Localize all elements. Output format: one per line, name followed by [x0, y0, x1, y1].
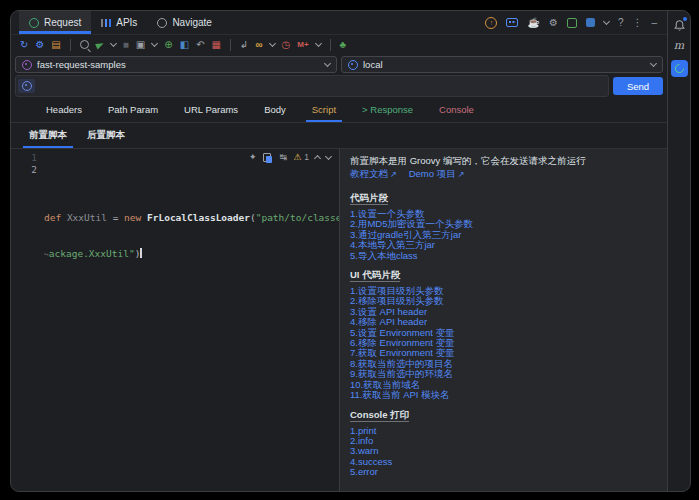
magic-wand-icon[interactable]: ✦ [249, 152, 257, 162]
demo-project-link[interactable]: Demo 项目 ↗ [409, 168, 465, 181]
item: "path/to/classes" [256, 212, 339, 223]
toolbar-separator [230, 39, 231, 51]
url-input[interactable] [35, 78, 607, 94]
config-gear-icon[interactable]: ⚙ [35, 40, 44, 50]
plugin-box-icon[interactable] [586, 18, 595, 27]
tab-apis[interactable]: APIs [91, 11, 147, 34]
method-chip[interactable] [18, 79, 35, 93]
save-icon[interactable]: ▣ [136, 40, 145, 50]
navigate-circle-icon [157, 18, 167, 28]
item: FrLocalClassLoader [147, 212, 250, 223]
send-button[interactable]: Send [613, 77, 663, 95]
script-tab-bar: 前置脚本 后置脚本 [11, 123, 667, 149]
upgrade-icon[interactable]: ↑ [485, 17, 497, 29]
coffee-cup-icon[interactable]: ☕ [527, 17, 539, 28]
snippet-link[interactable]: 5.error [350, 467, 657, 477]
snippet-link[interactable]: 3.warn [350, 446, 657, 456]
undo-icon[interactable]: ↶ [196, 40, 204, 50]
tab-navigate[interactable]: Navigate [147, 11, 221, 34]
robot-icon[interactable] [506, 18, 518, 27]
tab-body[interactable]: Body [251, 97, 299, 122]
fast-request-tool-button[interactable] [671, 60, 688, 77]
minimize-icon[interactable]: – [651, 17, 657, 28]
search-icon[interactable] [80, 40, 89, 49]
tab-response[interactable]: > Response [349, 97, 426, 122]
scan-icon[interactable] [567, 18, 577, 28]
editor-code[interactable]: def XxxUtil = new FrLocalClassLoader("pa… [44, 152, 339, 491]
tab-apis-label: APIs [116, 17, 137, 28]
fast-request-plugin-window: Request APIs Navigate ↑☕⚙?⋮– ↻⚙▤■▣⊕◧↶▦↲∞… [10, 10, 691, 492]
prev-warning-chevron-icon[interactable] [314, 154, 321, 161]
history-clock-icon[interactable]: ◷ [282, 40, 291, 50]
snippet-link[interactable]: 11.获取当前 API 模块名 [350, 390, 657, 400]
project-select-value: fast-request-samples [37, 59, 126, 70]
tab-path-param[interactable]: Path Param [95, 97, 171, 122]
script-content: 1 2 def XxxUtil = new FrLocalClassLoader… [11, 149, 667, 491]
soft-wrap-icon[interactable]: ↹ [280, 152, 288, 162]
docs-section-ui-snippets: UI 代码片段 1.设置项目级别头参数2.移除项目级别头参数3.设置 API h… [350, 261, 657, 400]
snippet-link[interactable]: 1.print [350, 426, 657, 436]
snippet-link[interactable]: 2.info [350, 436, 657, 446]
environment-select[interactable]: local [341, 56, 663, 73]
link-icon[interactable]: ∞ [255, 40, 262, 50]
tab-console[interactable]: Console [426, 97, 487, 122]
notifications-bell-icon[interactable] [673, 18, 686, 31]
tab-post-script[interactable]: 后置脚本 [77, 123, 135, 148]
send-dropdown-chevron-icon[interactable] [110, 40, 117, 47]
tutorial-doc-link[interactable]: 教程文档 ↗ [350, 168, 397, 181]
tab-url-params[interactable]: URL Params [171, 97, 251, 122]
delete-icon[interactable]: ▦ [212, 40, 221, 50]
api-connect-icon[interactable]: ♣ [340, 40, 347, 50]
tab-headers[interactable]: Headers [33, 97, 95, 122]
tab-request[interactable]: Request [19, 11, 91, 34]
url-input-wrapper[interactable] [15, 75, 609, 97]
section-items: 1.设置一个头参数2.用MD5加密设置一个头参数3.通过gradle引入第三方j… [350, 209, 657, 261]
project-select[interactable]: fast-request-samples [15, 56, 337, 73]
notification-badge [683, 17, 687, 21]
snippet-link[interactable]: 4.success [350, 457, 657, 467]
maven-tool-button[interactable]: m [674, 40, 684, 51]
project-icon [22, 60, 32, 70]
mock-icon[interactable]: M+ [297, 41, 308, 49]
url-row: Send [11, 75, 667, 97]
environment-icon [348, 60, 358, 70]
send-request-icon[interactable] [95, 40, 105, 49]
method-icon [22, 81, 32, 91]
add-target-icon[interactable]: ⊕ [164, 40, 172, 50]
line-number: 1 [11, 152, 37, 164]
mock-dropdown-chevron-icon[interactable] [315, 40, 322, 47]
tab-pre-script[interactable]: 前置脚本 [19, 123, 77, 148]
section-title: UI 代码片段 [350, 269, 400, 282]
id-card-icon[interactable]: ▤ [51, 40, 60, 50]
docs-section-code-snippets: 代码片段 1.设置一个头参数2.用MD5加密设置一个头参数3.通过gradle引… [350, 184, 657, 261]
item: ackage.XxxUtil" [49, 248, 135, 259]
copy-icon[interactable] [263, 153, 271, 162]
settings-gear-icon[interactable]: ⚙ [549, 17, 558, 28]
selector-row: fast-request-samples local [11, 54, 667, 75]
import-icon[interactable]: ↲ [240, 40, 248, 50]
section-items: 1.设置项目级别头参数2.移除项目级别头参数3.设置 API header4.移… [350, 286, 657, 400]
groovy-script-editor[interactable]: 1 2 def XxxUtil = new FrLocalClassLoader… [11, 149, 339, 491]
item: new [124, 212, 147, 223]
cube-icon[interactable]: ◧ [180, 40, 189, 50]
tab-navigate-label: Navigate [172, 17, 211, 28]
save-dropdown-chevron-icon[interactable] [151, 40, 158, 47]
tab-request-label: Request [44, 17, 81, 28]
script-docs-panel: 前置脚本是用 Groovy 编写的，它会在发送请求之前运行 教程文档 ↗ Dem… [340, 149, 667, 491]
docs-intro: 前置脚本是用 Groovy 编写的，它会在发送请求之前运行 [350, 154, 657, 167]
tab-script[interactable]: Script [299, 97, 349, 122]
kebab-menu-icon[interactable]: ⋮ [632, 17, 642, 28]
snippet-link[interactable]: 5.导入本地class [350, 251, 657, 261]
plugin-dropdown-chevron-icon[interactable] [603, 18, 610, 25]
warning-icon[interactable]: ⚠ [293, 152, 301, 162]
item [140, 248, 142, 258]
next-warning-chevron-icon[interactable] [325, 152, 332, 159]
demo-project-link-label: Demo 项目 [409, 168, 456, 180]
tutorial-doc-link-label: 教程文档 [350, 168, 388, 180]
sync-icon[interactable]: ↻ [20, 40, 28, 50]
link-dropdown-chevron-icon[interactable] [268, 40, 275, 47]
item: def [44, 212, 67, 223]
stop-icon[interactable]: ■ [123, 40, 129, 50]
help-icon[interactable]: ? [618, 17, 624, 28]
project-chevron-icon [324, 60, 331, 67]
